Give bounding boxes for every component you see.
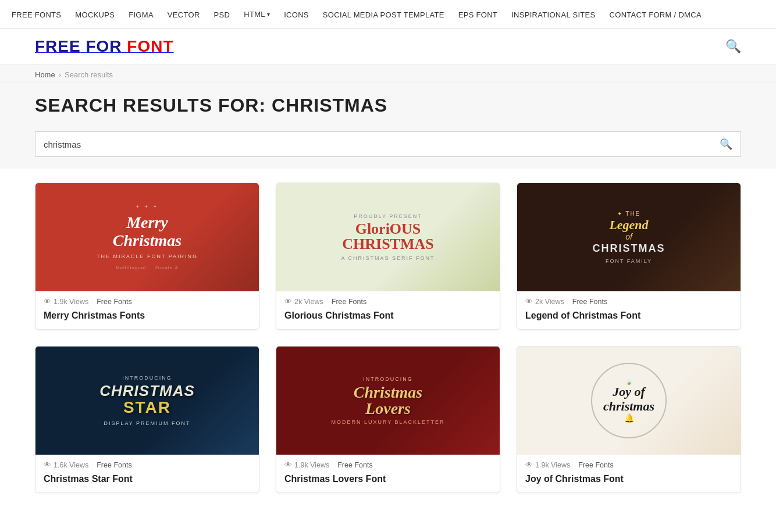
breadcrumb: Home › Search results: [35, 70, 741, 79]
html-dropdown-icon: ▾: [267, 11, 270, 17]
card-title: Christmas Star Font: [35, 472, 259, 492]
results-grid-section: ✦ ✦ ✦ MerryChristmas THE MIRACLE FONT PA…: [0, 169, 776, 510]
card-badge: Free Fonts: [97, 461, 131, 469]
logo-free: FREE: [35, 37, 81, 55]
nav-eps-font[interactable]: EPS FONT: [458, 10, 497, 19]
main-nav: FREE FONTS MOCKUPS FIGMA VECTOR PSD HTML…: [0, 0, 776, 29]
card-legend-christmas[interactable]: ✦ THE Legend of CHRISTMAS FONT FAMILY 👁 …: [517, 183, 741, 330]
breadcrumb-section: Home › Search results: [0, 65, 776, 83]
search-input[interactable]: [44, 140, 720, 149]
card-badge: Free Fonts: [572, 298, 607, 306]
nav-free-fonts[interactable]: FREE FONTS: [12, 10, 61, 19]
search-icon: 🔍: [725, 39, 741, 53]
card-thumbnail: INTRODUCING ChristmasLovers MODERN LUXUR…: [276, 347, 500, 455]
card-meta: 👁 1.9k Views Free Fonts: [35, 291, 259, 308]
card-views: 👁 2k Views: [284, 297, 323, 306]
logo-for: FOR: [86, 37, 127, 55]
breadcrumb-home[interactable]: Home: [35, 70, 55, 79]
nav-psd[interactable]: PSD: [214, 10, 230, 19]
search-bar: 🔍: [35, 131, 741, 157]
logo-font: FONT: [127, 37, 173, 55]
card-thumbnail: INTRODUCING CHRISTMAS STAR DISPLAY PREMI…: [35, 347, 259, 455]
card-thumbnail: 🍃 Joy ofchristmas 🔔: [517, 347, 741, 455]
nav-mockups[interactable]: MOCKUPS: [75, 10, 115, 19]
results-grid: ✦ ✦ ✦ MerryChristmas THE MIRACLE FONT PA…: [35, 183, 741, 493]
card-glorious-christmas[interactable]: PROUDLY PRESENT GloriOUSCHRISTMAS A CHRI…: [276, 183, 500, 330]
eye-icon: 👁: [284, 297, 292, 306]
card-christmas-lovers[interactable]: INTRODUCING ChristmasLovers MODERN LUXUR…: [276, 346, 500, 493]
results-title: SEARCH RESULTS FOR: CHRISTMAS: [35, 95, 741, 116]
card-badge: Free Fonts: [97, 298, 131, 306]
card-title: Christmas Lovers Font: [276, 472, 500, 492]
card-views: 👁 1.9k Views: [44, 297, 88, 306]
card-title: Legend of Christmas Font: [517, 308, 741, 329]
eye-icon: 👁: [525, 297, 533, 306]
card-meta: 👁 2k Views Free Fonts: [276, 291, 500, 308]
results-header: SEARCH RESULTS FOR: CHRISTMAS: [0, 83, 776, 126]
header-search-button[interactable]: 🔍: [725, 39, 741, 54]
eye-icon: 👁: [44, 460, 51, 469]
card-meta: 👁 1.9k Views Free Fonts: [517, 455, 741, 472]
breadcrumb-separator: ›: [59, 70, 61, 79]
nav-vector[interactable]: VECTOR: [168, 10, 200, 19]
search-bar-icon: 🔍: [720, 138, 732, 151]
card-meta: 👁 1.6k Views Free Fonts: [35, 455, 259, 472]
card-meta: 👁 2k Views Free Fonts: [517, 291, 741, 308]
card-thumbnail: ✦ ✦ ✦ MerryChristmas THE MIRACLE FONT PA…: [35, 183, 259, 291]
nav-inspirational[interactable]: INSPIRATIONAL SITES: [511, 10, 595, 19]
card-thumbnail: PROUDLY PRESENT GloriOUSCHRISTMAS A CHRI…: [276, 183, 500, 291]
nav-html[interactable]: HTML ▾: [244, 10, 270, 19]
nav-icons[interactable]: ICONS: [284, 10, 309, 19]
card-views: 👁 1.6k Views: [44, 460, 88, 469]
card-badge: Free Fonts: [337, 461, 372, 469]
nav-contact[interactable]: CONTACT FORM / DMCA: [610, 10, 702, 19]
card-meta: 👁 1.9k Views Free Fonts: [276, 455, 500, 472]
card-views: 👁 2k Views: [525, 297, 564, 306]
card-views: 👁 1.9k Views: [525, 460, 570, 469]
logo[interactable]: FREE FOR FONT: [35, 37, 174, 56]
card-badge: Free Fonts: [578, 461, 613, 469]
card-views: 👁 1.9k Views: [284, 460, 329, 469]
card-badge: Free Fonts: [332, 298, 366, 306]
eye-icon: 👁: [284, 460, 292, 469]
breadcrumb-current: Search results: [65, 70, 113, 79]
search-bar-wrapper: 🔍: [0, 126, 776, 169]
eye-icon: 👁: [525, 460, 533, 469]
site-header: FREE FOR FONT 🔍: [0, 29, 776, 65]
card-thumbnail: ✦ THE Legend of CHRISTMAS FONT FAMILY: [517, 183, 741, 291]
card-title: Joy of Christmas Font: [517, 472, 741, 492]
card-merry-christmas[interactable]: ✦ ✦ ✦ MerryChristmas THE MIRACLE FONT PA…: [35, 183, 259, 330]
eye-icon: 👁: [44, 297, 51, 306]
nav-figma[interactable]: FIGMA: [129, 10, 154, 19]
nav-social-media[interactable]: SOCIAL MEDIA POST TEMPLATE: [323, 10, 444, 19]
card-christmas-star[interactable]: INTRODUCING CHRISTMAS STAR DISPLAY PREMI…: [35, 346, 259, 493]
card-title: Merry Christmas Fonts: [35, 308, 259, 329]
card-joy-christmas[interactable]: 🍃 Joy ofchristmas 🔔 👁 1.9k Views Free Fo…: [517, 346, 741, 493]
card-title: Glorious Christmas Font: [276, 308, 500, 329]
